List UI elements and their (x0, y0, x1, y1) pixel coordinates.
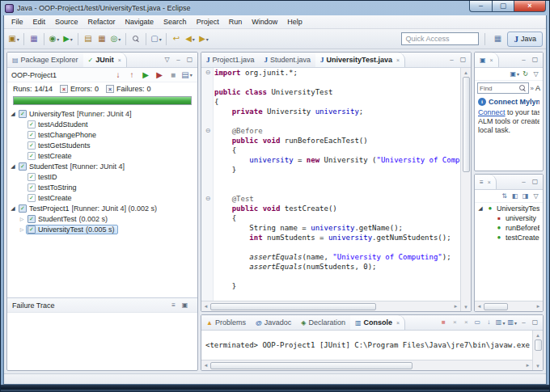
scroll-left-icon[interactable]: ◄ (201, 302, 210, 311)
view-menu-icon[interactable]: ▽ (162, 54, 172, 65)
junit-tree-item[interactable]: ◢✓StudentTest [Runner: JUnit 4] (7, 161, 197, 171)
left-tab-package-explorer[interactable]: ▤Package Explorer (7, 53, 83, 67)
run-icon[interactable]: ▶▾ (61, 32, 74, 46)
view-menu-icon[interactable]: ▽ (531, 191, 541, 202)
hide-static-icon[interactable]: ◨ (520, 191, 531, 202)
next-failed-test-icon[interactable]: ↓ (112, 68, 125, 82)
editor-tab-student-java[interactable]: JStudent.java (260, 53, 316, 67)
junit-tree-item[interactable]: ▷✓StudentTest (0.002 s) (7, 213, 197, 224)
menu-search[interactable]: Search (159, 16, 192, 27)
code-line[interactable] (201, 272, 460, 281)
connect-link[interactable]: Connect (478, 108, 506, 116)
console-output[interactable]: <terminated> OOP-Project1 [JUnit] C:\Pro… (201, 331, 532, 360)
back-icon-dropdown[interactable]: ▾ (192, 36, 195, 42)
minimize-view-icon[interactable]: – (518, 317, 529, 328)
code-line[interactable]: ⊖import org.junit.*; (201, 68, 460, 78)
back-icon[interactable]: ◀▾ (184, 32, 197, 46)
close-tab-icon[interactable]: × (488, 179, 491, 185)
console-vertical-scrollbar[interactable]: ▲ ▼ (532, 331, 543, 370)
title-bar[interactable]: Java - OOP-Project1/test/UniversityTest.… (3, 1, 547, 15)
outline-tree-item[interactable]: ■university (475, 213, 543, 223)
twistie-icon[interactable]: ◢ (9, 111, 17, 117)
twistie-icon[interactable]: ◢ (476, 205, 484, 212)
code-line[interactable] (201, 242, 460, 252)
menu-navigate[interactable]: Navigate (121, 16, 159, 27)
scrollbar-thumb[interactable] (484, 303, 508, 310)
test-history-icon-dropdown[interactable]: ▾ (190, 72, 192, 78)
junit-tree-item[interactable]: ✓testCreate (7, 150, 197, 161)
new-wizard-icon-dropdown[interactable]: ▾ (17, 36, 19, 42)
code-line[interactable]: { (201, 145, 460, 155)
scrollbar-thumb[interactable] (210, 362, 412, 369)
junit-tree-item[interactable]: ▷✓UniversityTest (0.005 s) (7, 224, 197, 234)
twistie-icon[interactable]: ◢ (9, 205, 17, 212)
outline-tree[interactable]: ◢●UniversityTest■university●runBeforeEac… (475, 203, 543, 301)
synchronize-icon[interactable]: ↻ (520, 69, 531, 80)
search-icon[interactable] (129, 32, 142, 46)
new-package-icon[interactable]: ▦ (95, 32, 108, 46)
remove-launch-icon[interactable]: × (450, 317, 460, 328)
code-line[interactable] (201, 78, 460, 87)
code-line[interactable]: int numStudents = university.getNumStude… (201, 233, 460, 242)
sort-icon[interactable]: ⇅ (499, 191, 510, 202)
display-console-icon[interactable]: ▥▾ (495, 317, 506, 328)
scroll-down-icon[interactable]: ▼ (462, 302, 471, 311)
open-console-icon-dropdown[interactable]: ▾ (514, 320, 517, 326)
console-tab-console[interactable]: ▥Console× (350, 315, 405, 330)
debug-icon[interactable]: ◉▾ (48, 32, 61, 46)
outline-tab-outline[interactable]: ≡× (475, 175, 497, 189)
save-icon[interactable]: ▦ (28, 32, 40, 46)
junit-tree-item[interactable]: ✓testCreate (7, 192, 197, 203)
new-task-icon-dropdown[interactable]: ▾ (517, 71, 519, 77)
test-history-icon[interactable]: ▤▾ (180, 68, 193, 82)
scroll-right-icon[interactable]: ► (534, 302, 543, 311)
scroll-left-icon[interactable]: ◄ (201, 361, 210, 370)
scrollbar-thumb[interactable] (210, 303, 376, 310)
scroll-lock-icon[interactable]: ↓ (484, 317, 494, 328)
menu-project[interactable]: Project (192, 16, 224, 27)
fold-minus-icon[interactable]: ⊖ (201, 128, 214, 134)
menu-source[interactable]: Source (50, 16, 83, 27)
junit-tree-item[interactable]: ◢✓UniversityTest [Runner: JUnit 4] (7, 108, 197, 119)
menu-run[interactable]: Run (224, 16, 248, 27)
console-tab-declaration[interactable]: ◈Declaration (296, 315, 350, 330)
code-line[interactable]: ⊖ @Test (201, 194, 460, 204)
forward-icon[interactable]: ▶▾ (197, 32, 210, 46)
hide-fields-icon[interactable]: ◧ (510, 191, 520, 202)
scroll-right-icon[interactable]: ► (523, 361, 532, 370)
working-set-label[interactable]: A (535, 84, 540, 92)
scroll-down-icon[interactable]: ▼ (534, 361, 543, 370)
menu-refactor[interactable]: Refactor (83, 16, 121, 27)
terminate-icon[interactable]: ■ (438, 317, 449, 328)
scrollbar-thumb[interactable] (535, 339, 542, 351)
open-task-icon-dropdown[interactable]: ▾ (159, 36, 162, 42)
rerun-failed-first-icon[interactable]: ▶ (153, 68, 166, 82)
console-horizontal-scrollbar[interactable]: ◄ ► (201, 360, 532, 370)
junit-tree-item[interactable]: ✓testID (7, 171, 197, 182)
minimize-view-icon[interactable]: – (173, 54, 184, 65)
previous-failed-test-icon[interactable]: ↑ (125, 68, 138, 82)
code-line[interactable]: public class UniversityTest (201, 87, 460, 97)
scroll-up-icon[interactable]: ▲ (462, 68, 471, 77)
junit-tree-item[interactable]: ✓testToString (7, 182, 197, 192)
twistie-icon[interactable]: ▷ (18, 216, 26, 221)
display-console-icon-dropdown[interactable]: ▾ (502, 320, 505, 326)
twistie-icon[interactable]: ◢ (9, 163, 17, 170)
scroll-right-icon[interactable]: ► (451, 302, 460, 311)
close-tab-icon[interactable]: × (396, 320, 400, 326)
filter-stack-trace-icon[interactable]: ≡ (168, 300, 179, 311)
junit-tree-item[interactable]: ◢✓TestProject1 [Runner: JUnit 4] (0.002 … (7, 203, 197, 213)
forward-icon-dropdown[interactable]: ▾ (206, 36, 209, 42)
menu-window[interactable]: Window (247, 16, 282, 27)
new-wizard-icon[interactable]: ▣▾ (7, 32, 20, 46)
code-line[interactable]: assertEquals(numStudents, 0); (201, 262, 460, 272)
close-tab-icon[interactable]: × (396, 57, 400, 63)
outline-tree-item[interactable]: ●testCreate() (475, 233, 543, 242)
scrollbar-thumb[interactable] (463, 77, 470, 172)
new-class-icon[interactable]: ◎▾ (109, 32, 122, 46)
java-perspective-button[interactable]: J Java (507, 32, 543, 47)
editor-tab-project1-java[interactable]: JProject1.java (201, 53, 260, 67)
junit-tree-item[interactable]: ✓testChangePhone (7, 129, 197, 140)
open-perspective-icon[interactable]: ▦ (491, 32, 504, 46)
chevron-right-icon[interactable]: » (531, 85, 534, 92)
